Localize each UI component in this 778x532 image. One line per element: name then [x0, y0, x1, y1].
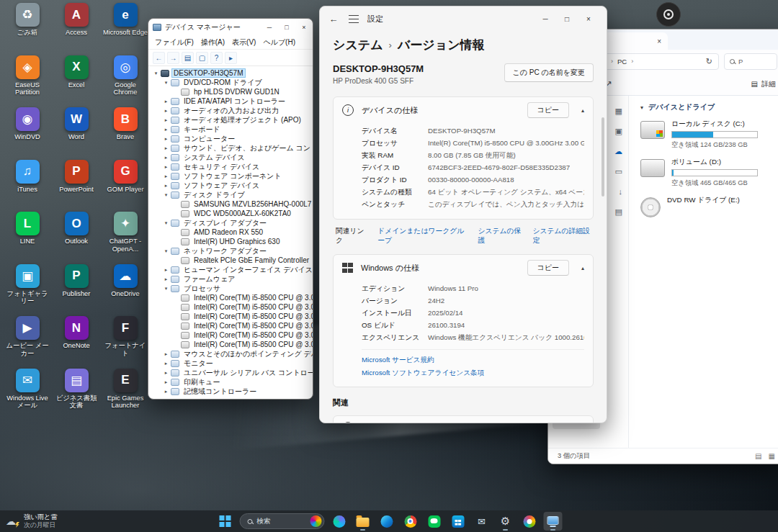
- desktop-icon-chatgpt[interactable]: ✦ ChatGPT - OpenA...: [102, 210, 148, 263]
- tree-expander-icon[interactable]: ▸: [162, 108, 170, 114]
- tree-item[interactable]: ▸ サウンド、ビデオ、およびゲーム コントローラー: [150, 143, 313, 153]
- back-icon[interactable]: ←: [153, 52, 165, 64]
- desktop-icon-itunes[interactable]: ♫ iTunes: [4, 158, 50, 211]
- settings-icon[interactable]: ⚙: [496, 512, 515, 531]
- tree-item[interactable]: Intel(R) Core(TM) i5-8500 CPU @ 3.00GHz: [150, 312, 313, 321]
- tree-expander-icon[interactable]: ▸: [162, 361, 170, 366]
- tree-expander-icon[interactable]: ▾: [162, 80, 170, 86]
- copy-windows-specs-button[interactable]: コピー: [527, 260, 569, 276]
- hamburger-menu-icon[interactable]: [349, 15, 359, 23]
- minimize-button[interactable]: ─: [261, 19, 278, 36]
- tree-expander-icon[interactable]: ▾: [162, 192, 170, 198]
- desktop-icon-onedrive[interactable]: ☁ OneDrive: [102, 263, 148, 315]
- copilot-icon[interactable]: [330, 512, 349, 531]
- tree-item[interactable]: ▸ IDE ATA/ATAPI コントローラー: [150, 96, 313, 106]
- mail-icon[interactable]: ✉: [473, 512, 491, 531]
- line-icon[interactable]: [425, 512, 444, 531]
- tree-expander-icon[interactable]: ▾: [152, 71, 160, 76]
- onedrive-icon[interactable]: ☁: [614, 148, 622, 155]
- desktop-icon-chrome[interactable]: ◎ Google Chrome: [102, 54, 148, 107]
- tree-item[interactable]: ▸ コンピューター: [150, 134, 313, 143]
- chrome-icon[interactable]: [401, 512, 420, 531]
- weather-widget[interactable]: ☁ 強い雨と雷 次の月曜日: [6, 513, 150, 530]
- tree-item[interactable]: ▸ キーボード: [150, 125, 313, 134]
- tree-item[interactable]: ▾ DESKTOP-9H3Q57M: [150, 68, 313, 78]
- device-manager-icon[interactable]: [544, 512, 563, 531]
- tree-item[interactable]: Intel(R) Core(TM) i5-8500 CPU @ 3.00GHz: [150, 293, 313, 302]
- address-bar[interactable]: › PC › ↻: [592, 53, 719, 70]
- tree-expander-icon[interactable]: ▸: [162, 155, 170, 161]
- tree-item[interactable]: ▸ システム デバイス: [150, 153, 313, 162]
- tree-expander-icon[interactable]: ▸: [162, 276, 170, 282]
- tree-expander-icon[interactable]: ▸: [162, 99, 170, 104]
- view-details-toggle[interactable]: ▤ 詳細: [751, 79, 776, 89]
- minimize-button[interactable]: ─: [535, 6, 556, 31]
- desktop-icon-edge[interactable]: e Microsoft Edge: [102, 1, 148, 54]
- desktop-icon-easeus[interactable]: ◈ EaseUS Partition Master 18.0: [4, 54, 50, 107]
- documents-icon[interactable]: ▤: [615, 208, 622, 216]
- tree-expander-icon[interactable]: ▾: [162, 220, 170, 226]
- tree-item[interactable]: WDC WD5000AZLX-60K2TA0: [150, 209, 313, 218]
- tree-item[interactable]: ▸ 記憶域コントローラー: [150, 387, 313, 396]
- gallery-icon[interactable]: ▣: [615, 127, 622, 135]
- scan-icon[interactable]: ▸: [225, 52, 237, 64]
- tree-item[interactable]: ▸ ユニバーサル シリアル バス コントローラー: [150, 368, 313, 377]
- menu-item[interactable]: ファイル(F): [151, 36, 197, 49]
- desktop-icon-windows-live-mail[interactable]: ✉ Windows Live メール: [4, 367, 50, 420]
- explorer-search-box[interactable]: P: [724, 53, 777, 70]
- tree-item[interactable]: ▸ 印刷キュー: [150, 377, 313, 387]
- taskbar-search[interactable]: 検索: [240, 513, 325, 529]
- tree-expander-icon[interactable]: ▸: [162, 183, 170, 189]
- tree-expander-icon[interactable]: ▸: [162, 164, 170, 170]
- tree-item[interactable]: Intel(R) Core(TM) i5-8500 CPU @ 3.00GHz: [150, 340, 313, 349]
- tree-item[interactable]: hp HLDS DVDRW GUD1N: [150, 87, 313, 96]
- edge-icon[interactable]: [377, 512, 396, 531]
- desktop-icon-word[interactable]: W Word: [53, 106, 99, 158]
- tree-item[interactable]: ▾ DVD/CD-ROM ドライブ: [150, 78, 313, 87]
- desktop-icon-outlook[interactable]: O Outlook: [53, 210, 99, 263]
- tree-item[interactable]: Intel(R) UHD Graphics 630: [150, 237, 313, 246]
- desktop-icon-brave[interactable]: B Brave: [102, 106, 148, 158]
- back-icon[interactable]: ←: [327, 14, 340, 24]
- tree-item[interactable]: ▸ マウスとそのほかのポインティング デバイス: [150, 349, 313, 359]
- desktop-icon-windvd[interactable]: ◉ WinDVD: [4, 106, 50, 158]
- desktop-icon-photo-gallery[interactable]: ▣ フォトギャラリー: [4, 263, 50, 315]
- tree-item[interactable]: ▾ ディスプレイ アダプター: [150, 218, 313, 227]
- view-mode-icon[interactable]: ▦: [769, 452, 775, 460]
- forward-icon[interactable]: →: [167, 52, 179, 64]
- help-icon[interactable]: ?: [210, 52, 223, 64]
- tree-expander-icon[interactable]: ▸: [162, 117, 170, 123]
- tree-item[interactable]: AMD Radeon RX 550: [150, 227, 313, 237]
- tree-item[interactable]: ▾ ネットワーク アダプター: [150, 246, 313, 256]
- properties-icon[interactable]: ▢: [196, 52, 208, 64]
- close-button[interactable]: ×: [578, 6, 599, 31]
- tree-item[interactable]: Intel(R) Core(TM) i5-8500 CPU @ 3.00GHz: [150, 302, 313, 312]
- license-link[interactable]: Microsoft ソフトウェアライセンス条項: [362, 369, 584, 378]
- tree-expander-icon[interactable]: ▸: [162, 267, 170, 273]
- drive-d[interactable]: ボリューム (D:) 空き領域 465 GB/465 GB: [640, 158, 773, 188]
- tree-item[interactable]: Intel(R) Core(TM) i5-8500 CPU @ 3.00GHz: [150, 321, 313, 330]
- desktop-icon-publisher[interactable]: P Publisher: [53, 263, 99, 315]
- related-link[interactable]: システムの詳細設定: [532, 227, 591, 245]
- desktop-icon-access[interactable]: A Access: [53, 1, 99, 54]
- breadcrumb-pc[interactable]: PC: [617, 58, 627, 66]
- tree-item[interactable]: ▸ オーディオ処理オブジェクト (APO): [150, 115, 313, 125]
- tree-item[interactable]: SAMSUNG MZVLB256HAHQ-000L7: [150, 199, 313, 209]
- view-mode-icon[interactable]: ▤: [755, 452, 761, 460]
- related-link[interactable]: システムの保護: [478, 227, 523, 245]
- console-icon[interactable]: ▤: [182, 52, 194, 64]
- product-key-card[interactable]: プロダクト キーとライセンス認証 ›: [333, 415, 594, 423]
- drive-dvd[interactable]: DVD RW ドライブ (E:): [640, 196, 773, 217]
- related-link[interactable]: ドメインまたはワークグループ: [377, 227, 468, 245]
- screen-capture-icon[interactable]: [656, 2, 681, 27]
- tree-item[interactable]: ▸ ヒューマン インターフェイス デバイス: [150, 265, 313, 274]
- tree-expander-icon[interactable]: ▸: [162, 173, 170, 179]
- collapse-icon[interactable]: ▴: [581, 265, 584, 271]
- tree-item[interactable]: ▸ ファームウェア: [150, 274, 313, 284]
- tree-item[interactable]: ▸ セキュリティ デバイス: [150, 162, 313, 171]
- desktop-icon-line[interactable]: L LINE: [4, 210, 50, 263]
- desktop-icon-powerpoint[interactable]: P PowerPoint: [53, 158, 99, 211]
- desktop-icon-excel[interactable]: X Excel: [53, 54, 99, 107]
- tree-item[interactable]: Intel(R) Core(TM) i5-8500 CPU @ 3.00GHz: [150, 330, 313, 340]
- downloads-icon[interactable]: ↓: [619, 188, 623, 196]
